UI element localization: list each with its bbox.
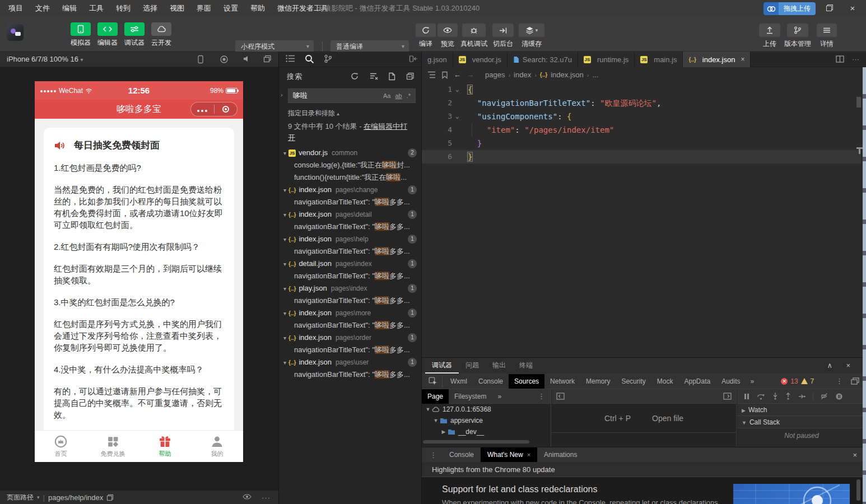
show-debugger-icon[interactable] bbox=[723, 393, 736, 400]
close-tab-icon[interactable]: × bbox=[741, 52, 744, 67]
drawer-tab-console[interactable]: Console bbox=[443, 447, 481, 463]
search-result-match[interactable]: navigationBarTitleText": "哆啦多多... bbox=[279, 245, 421, 258]
file-tab-runtimejs[interactable]: JSruntime.js bbox=[578, 52, 635, 67]
expand-icon[interactable]: ▾ bbox=[283, 360, 286, 366]
fold-icon[interactable]: ⌄ bbox=[455, 83, 459, 96]
collapse-panel-icon[interactable]: ∧ bbox=[827, 361, 832, 370]
menu-item-file[interactable]: 文件 bbox=[29, 0, 56, 17]
menu-item-interface[interactable]: 界面 bbox=[190, 0, 217, 17]
clear-search-results-icon[interactable] bbox=[370, 72, 378, 80]
hide-navigator-icon[interactable] bbox=[552, 393, 565, 400]
expand-icon[interactable]: ▾ bbox=[283, 335, 286, 341]
search-result-match[interactable]: navigationBarTitleText": "哆啦多多... bbox=[279, 368, 421, 381]
appmode-select[interactable]: 小程序模式▾ bbox=[235, 40, 314, 53]
search-result-match[interactable]: navigationBarTitleText": "哆啦多多... bbox=[279, 196, 421, 208]
search-result-file[interactable]: ▾{..}index.jsonpages\order1 bbox=[279, 332, 421, 344]
drawer-tab-animations[interactable]: Animations bbox=[537, 447, 584, 463]
debugger-toggle-button[interactable]: 调试器 bbox=[121, 22, 148, 48]
tree-item-dev[interactable]: ▶ __dev__ bbox=[422, 426, 551, 437]
menu-item-settings[interactable]: 设置 bbox=[217, 0, 244, 17]
git-icon[interactable] bbox=[324, 54, 332, 63]
search-result-match[interactable]: function(){return{title:"我正在哆啦... bbox=[279, 171, 421, 184]
expand-icon[interactable]: ▾ bbox=[283, 310, 286, 316]
menu-item-go[interactable]: 转到 bbox=[110, 0, 137, 17]
open-search-editor-icon[interactable] bbox=[388, 72, 395, 81]
devtools-tab-security[interactable]: Security bbox=[616, 374, 651, 389]
devtools-tab-memory[interactable]: Memory bbox=[580, 374, 616, 389]
details-button[interactable]: 详情 bbox=[817, 24, 837, 49]
more-dots-icon[interactable] bbox=[191, 105, 214, 114]
rotate-device-icon[interactable] bbox=[197, 55, 204, 64]
search-result-file[interactable]: ▾{..}index.jsonpages\change1 bbox=[279, 184, 421, 196]
upload-button[interactable]: 上传 bbox=[759, 24, 780, 49]
restore-window-icon[interactable] bbox=[826, 4, 835, 13]
search-result-file[interactable]: ▾{..}index.jsonpages\user1 bbox=[279, 356, 421, 368]
expand-icon[interactable]: ▾ bbox=[283, 212, 286, 218]
file-tab-vendorjs[interactable]: JSvendor.js bbox=[453, 52, 508, 67]
step-into-icon[interactable] bbox=[772, 393, 778, 400]
panel-tab-output[interactable]: 输出 bbox=[486, 358, 513, 374]
expand-icon[interactable]: ▾ bbox=[283, 261, 286, 267]
pause-on-exceptions-icon[interactable] bbox=[835, 393, 843, 400]
more-options-icon[interactable]: ··· bbox=[262, 491, 271, 504]
tab-exchange[interactable]: 免费兑换 bbox=[87, 431, 139, 462]
preview-button[interactable]: 预览 bbox=[437, 24, 458, 49]
fold-icon[interactable]: ⌄ bbox=[455, 110, 459, 123]
devtools-tab-audits[interactable]: Audits bbox=[716, 374, 746, 389]
search-result-file[interactable]: ▾{..}index.jsonpages\more1 bbox=[279, 307, 421, 319]
file-tab-indexjson[interactable]: {..}index.json× bbox=[683, 52, 751, 67]
devtools-tab-wxml[interactable]: Wxml bbox=[445, 374, 473, 389]
bookmark-icon[interactable] bbox=[441, 71, 448, 79]
cloud-dev-button[interactable]: 云开发 bbox=[148, 22, 175, 48]
search-result-file[interactable]: ▾JSvendor.jscommon2 bbox=[279, 147, 421, 159]
search-result-match[interactable]: navigationBarTitleText": "哆啦多多... bbox=[279, 221, 421, 233]
file-tab-mainjs[interactable]: JSmain.js bbox=[635, 52, 683, 67]
more-actions-icon[interactable]: ··· bbox=[852, 55, 859, 63]
navigator-overflow-icon[interactable]: » bbox=[492, 389, 507, 404]
editor-toggle-button[interactable]: 编辑器 bbox=[94, 22, 121, 48]
copy-icon[interactable] bbox=[106, 494, 114, 501]
collapse-all-icon[interactable] bbox=[406, 72, 415, 80]
avatar[interactable] bbox=[7, 24, 24, 41]
search-result-match[interactable]: navigationBarTitleText": "哆啦多多... bbox=[279, 319, 421, 332]
drawer-menu-icon[interactable]: ⋮ bbox=[422, 451, 443, 459]
search-result-match[interactable]: navigationBarTitleText": "哆啦多多... bbox=[279, 295, 421, 307]
panel-tab-terminal[interactable]: 终端 bbox=[513, 358, 539, 374]
tabs-overflow-icon[interactable]: » bbox=[746, 377, 759, 385]
compile-mode-select[interactable]: 普通编译▾ bbox=[330, 40, 409, 53]
tab-help[interactable]: 帮助 bbox=[139, 431, 191, 462]
watch-section-header[interactable]: ▶Watch bbox=[737, 404, 866, 416]
whole-word-icon[interactable]: ab bbox=[393, 91, 404, 100]
undock-icon[interactable] bbox=[851, 377, 859, 385]
close-tab-icon[interactable]: × bbox=[527, 447, 530, 463]
real-device-debug-button[interactable]: 真机调试 bbox=[460, 24, 487, 49]
panel-tab-debugger[interactable]: 调试器 bbox=[425, 358, 459, 374]
search-result-match[interactable]: navigationBarTitleText": "哆啦多多... bbox=[279, 344, 421, 356]
refresh-search-icon[interactable] bbox=[351, 72, 358, 80]
devtools-tab-console[interactable]: Console bbox=[473, 374, 509, 389]
drawer-tab-whats-new[interactable]: What's New× bbox=[481, 447, 537, 463]
deactivate-breakpoints-icon[interactable] bbox=[821, 393, 828, 400]
sources-tab-filesystem[interactable]: Filesystem bbox=[449, 389, 492, 404]
capsule-menu[interactable] bbox=[190, 102, 238, 116]
article-title[interactable]: Support for let and class redeclarations bbox=[442, 484, 597, 494]
console-errors-badge[interactable]: ✕ 13 7 bbox=[781, 377, 814, 385]
menu-item-edit[interactable]: 编辑 bbox=[56, 0, 83, 17]
search-result-match[interactable]: navigationBarTitleText": "哆啦多多... bbox=[279, 270, 421, 282]
tab-scroll-left-icon[interactable] bbox=[409, 55, 418, 63]
panel-tab-problems[interactable]: 问题 bbox=[459, 358, 486, 374]
editor-scrollbar[interactable] bbox=[856, 97, 861, 108]
search-result-match[interactable]: console.log(e),{title:"我正在哆啦封... bbox=[279, 159, 421, 171]
devtools-tab-appdata[interactable]: AppData bbox=[678, 374, 716, 389]
device-selector[interactable]: iPhone 6/7/8 100% 16 ▾ bbox=[7, 52, 83, 68]
code-editor[interactable]: 1⌄{ 2 "navigationBarTitleText": "欧皇源码论坛"… bbox=[422, 82, 866, 357]
search-result-file[interactable]: ▾{..}play.jsonpages\index1 bbox=[279, 282, 421, 295]
match-case-icon[interactable]: Aa bbox=[381, 91, 393, 100]
drag-upload-button[interactable]: 拖拽上传 bbox=[763, 2, 816, 15]
expand-icon[interactable]: ▾ bbox=[283, 187, 286, 193]
split-editor-icon[interactable] bbox=[836, 55, 844, 63]
inspect-element-icon[interactable] bbox=[422, 376, 443, 387]
search-result-file[interactable]: ▾{..}detail.jsonpages\index1 bbox=[279, 258, 421, 270]
call-stack-section-header[interactable]: ▼Call Stack bbox=[737, 416, 866, 428]
devtools-more-icon[interactable]: ⋮ bbox=[836, 377, 843, 385]
